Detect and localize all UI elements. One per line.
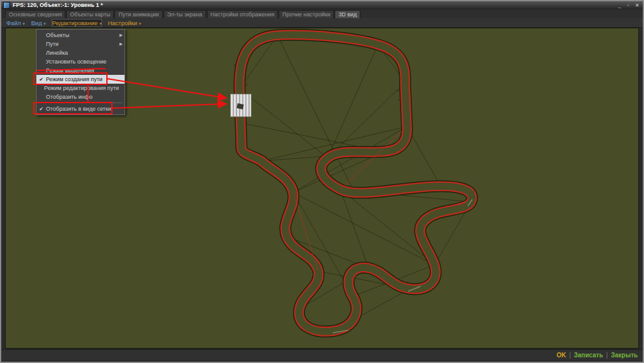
chevron-down-icon: ▾ xyxy=(99,21,102,26)
title-bar[interactable]: FPS: 120, Объект:-1: Уровень 1 * _ ▫ ✕ xyxy=(1,1,643,9)
menu-edit-label: Редактирование xyxy=(52,20,97,26)
menu-edit[interactable]: Редактирование ▾ xyxy=(52,20,102,26)
menu-item-show-info[interactable]: Отобразить инфо xyxy=(36,92,125,101)
menu-item-paths[interactable]: Пути ▶ xyxy=(36,40,125,48)
chevron-down-icon: ▾ xyxy=(43,21,46,26)
start-line-marking xyxy=(236,103,243,109)
status-bar: OK | Записать | Закрыть xyxy=(1,349,643,360)
menu-item-path-edit-mode[interactable]: Режим редактирования пути xyxy=(36,84,125,92)
tab-general[interactable]: Основные сведения xyxy=(5,10,65,18)
menu-item-label: Пути xyxy=(46,41,118,47)
tab-animation-paths[interactable]: Пути анимации xyxy=(114,10,162,18)
menu-item-path-create-mode[interactable]: ✔ Режим создания пути xyxy=(36,75,125,84)
check-icon: ✔ xyxy=(36,77,46,82)
submenu-arrow-icon: ▶ xyxy=(118,33,125,38)
separator: | xyxy=(606,352,608,359)
menu-file[interactable]: Файл ▾ xyxy=(6,20,25,26)
menu-view[interactable]: Вид ▾ xyxy=(31,20,46,26)
tab-map-objects[interactable]: Объекты карты xyxy=(66,10,114,18)
menu-item-label: Установить освещение xyxy=(46,59,118,65)
menu-item-label: Отобразить в виде сетки xyxy=(46,106,118,112)
menu-item-label: Режим создания пути xyxy=(46,76,118,82)
menu-file-label: Файл xyxy=(6,20,21,26)
app-icon xyxy=(3,2,10,9)
edit-dropdown-menu: Объекты ▶ Пути ▶ Линейка Установить осве… xyxy=(36,29,125,115)
close-button[interactable]: ✕ xyxy=(633,3,641,9)
check-icon: ✔ xyxy=(36,106,46,112)
track-road xyxy=(240,35,472,332)
menu-item-ruler[interactable]: Линейка xyxy=(36,48,125,57)
start-line-texture xyxy=(230,94,252,117)
menu-separator xyxy=(38,103,123,103)
menu-item-show-as-grid[interactable]: ✔ Отобразить в виде сетки xyxy=(36,104,125,113)
menu-item-set-lighting[interactable]: Установить освещение xyxy=(36,57,125,66)
ok-button[interactable]: OK xyxy=(557,352,566,359)
tab-3d-view[interactable]: 3D вид xyxy=(335,10,360,18)
tab-screen-elements[interactable]: Эл-ты экрана xyxy=(164,10,206,18)
tab-bar: Основные сведения Объекты карты Пути ани… xyxy=(1,9,643,18)
menu-item-selection-mode[interactable]: Режим выделения xyxy=(36,66,125,75)
menu-settings[interactable]: Настройки ▾ xyxy=(108,20,141,26)
maximize-button[interactable]: ▫ xyxy=(625,3,632,9)
menu-item-objects[interactable]: Объекты ▶ xyxy=(36,31,125,40)
minimize-button[interactable]: _ xyxy=(616,3,623,9)
menu-item-label: Режим выделения xyxy=(46,67,118,74)
window-title: FPS: 120, Объект:-1: Уровень 1 * xyxy=(13,2,614,9)
separator: | xyxy=(569,352,571,359)
menu-view-label: Вид xyxy=(31,20,42,26)
menu-item-label: Объекты xyxy=(46,32,118,38)
menu-item-label: Линейка xyxy=(46,50,118,56)
chevron-down-icon: ▾ xyxy=(23,21,25,26)
menu-item-label: Режим редактирования пути xyxy=(44,85,119,91)
close-window-button[interactable]: Закрыть xyxy=(611,352,638,359)
chevron-down-icon: ▾ xyxy=(139,21,142,26)
menu-item-label: Отобразить инфо xyxy=(46,94,118,100)
tab-display-settings[interactable]: Настройки отображения xyxy=(207,10,279,18)
tab-other-settings[interactable]: Прочие настройки xyxy=(279,10,334,18)
menu-settings-label: Настройки xyxy=(108,20,137,26)
save-button[interactable]: Записать xyxy=(574,352,603,359)
menu-bar: Файл ▾ Вид ▾ Редактирование ▾ Настройки … xyxy=(1,18,643,28)
submenu-arrow-icon: ▶ xyxy=(118,42,125,47)
